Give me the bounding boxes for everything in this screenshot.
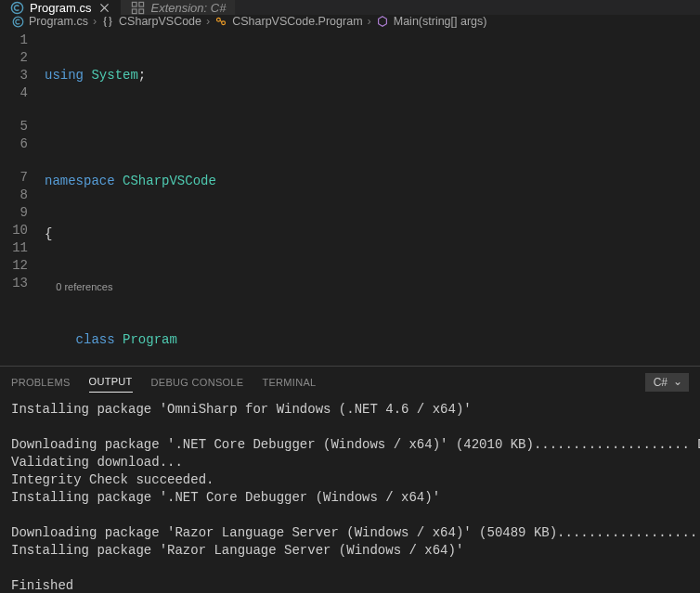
- code-line: [45, 120, 700, 137]
- svg-rect-3: [139, 8, 144, 13]
- code-line: class Program: [45, 331, 700, 349]
- line-number: 5: [0, 118, 45, 135]
- breadcrumb-label: CSharpVSCode: [119, 15, 201, 28]
- output-content[interactable]: Installing package 'OmniSharp for Window…: [0, 397, 700, 593]
- panel-tab-output[interactable]: OUTPUT: [89, 371, 133, 393]
- line-number: 13: [0, 275, 45, 292]
- extensions-icon: [130, 0, 145, 15]
- svg-rect-4: [139, 2, 144, 6]
- code-content[interactable]: using System; namespace CSharpVSCode { 0…: [45, 28, 700, 366]
- method-icon: [376, 15, 389, 28]
- csharp-file-icon: [9, 0, 24, 15]
- svg-rect-1: [132, 2, 136, 6]
- breadcrumb-label: CSharpVSCode.Program: [232, 15, 362, 28]
- breadcrumb: Program.cs › {} CSharpVSCode › CSharpVSC…: [0, 15, 700, 28]
- line-number: 7: [0, 169, 45, 187]
- tab-extension-csharp[interactable]: Extension: C#: [121, 0, 235, 15]
- csharp-file-icon: [11, 15, 24, 28]
- breadcrumb-class[interactable]: CSharpVSCode.Program: [214, 15, 362, 28]
- tab-label: Extension: C#: [150, 1, 226, 15]
- line-number: 1: [0, 32, 45, 49]
- line-number: 9: [0, 204, 45, 222]
- breadcrumb-method[interactable]: Main(string[] args): [376, 15, 487, 28]
- panel-tab-debug-console[interactable]: DEBUG CONSOLE: [151, 372, 244, 393]
- svg-point-0: [11, 2, 22, 13]
- line-number: 12: [0, 257, 45, 275]
- output-channel-selector[interactable]: C#: [645, 373, 689, 392]
- svg-point-5: [13, 17, 23, 27]
- tab-label: Program.cs: [30, 1, 91, 15]
- bottom-panel: PROBLEMS OUTPUT DEBUG CONSOLE TERMINAL C…: [0, 366, 700, 593]
- breadcrumb-namespace[interactable]: {} CSharpVSCode: [101, 15, 201, 28]
- tab-program-cs[interactable]: Program.cs: [0, 0, 121, 15]
- editor-tabs-bar: Program.cs Extension: C#: [0, 0, 700, 15]
- svg-rect-2: [132, 8, 136, 13]
- breadcrumb-label: Main(string[] args): [394, 15, 487, 28]
- breadcrumb-file[interactable]: Program.cs: [11, 15, 88, 28]
- code-line: {: [45, 226, 700, 243]
- class-icon: [214, 15, 227, 28]
- line-number: 6: [0, 135, 45, 153]
- panel-tab-problems[interactable]: PROBLEMS: [11, 372, 71, 393]
- panel-tab-terminal[interactable]: TERMINAL: [262, 372, 316, 393]
- line-number: 11: [0, 239, 45, 257]
- namespace-icon: {}: [101, 15, 114, 28]
- line-number-gutter: 1 2 3 4 5 6 7 8 9 10 11 12 13: [0, 28, 45, 366]
- chevron-right-icon: ›: [93, 15, 97, 28]
- panel-tabs: PROBLEMS OUTPUT DEBUG CONSOLE TERMINAL C…: [0, 367, 700, 397]
- line-number: 2: [0, 49, 45, 67]
- code-line: using System;: [45, 67, 700, 84]
- svg-point-7: [222, 21, 226, 25]
- line-number: 8: [0, 187, 45, 204]
- chevron-right-icon: ›: [368, 15, 371, 28]
- code-line: namespace CSharpVSCode: [45, 173, 700, 190]
- codelens[interactable]: 0 references: [45, 278, 700, 296]
- svg-point-6: [217, 18, 221, 21]
- breadcrumb-label: Program.cs: [29, 15, 88, 28]
- close-icon[interactable]: [97, 0, 111, 15]
- line-number: 4: [0, 84, 45, 102]
- line-number: 3: [0, 67, 45, 84]
- chevron-right-icon: ›: [206, 15, 210, 28]
- code-editor[interactable]: 1 2 3 4 5 6 7 8 9 10 11 12 13 using Syst…: [0, 28, 700, 366]
- line-number: 10: [0, 222, 45, 239]
